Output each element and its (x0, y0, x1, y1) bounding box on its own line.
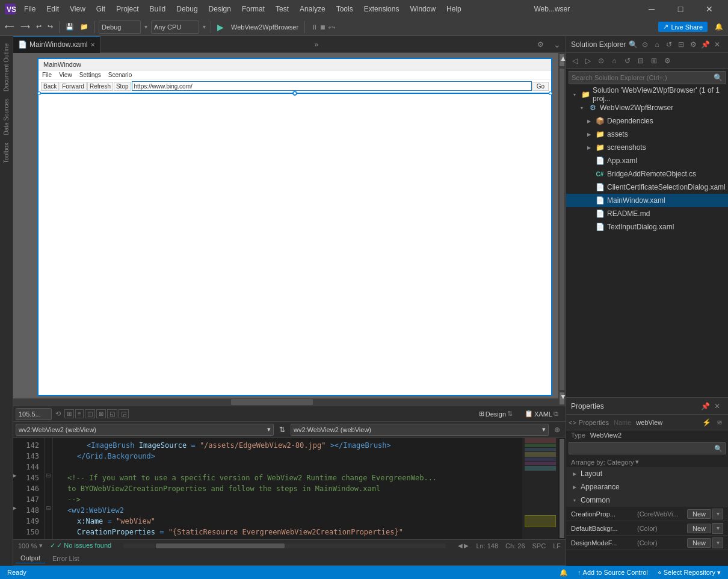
se-filter-btn[interactable]: ⊟ (675, 39, 687, 51)
code-swap-icon[interactable]: ⇅ (276, 426, 288, 434)
sidebar-toolbox[interactable]: Toolbox (3, 140, 10, 166)
menu-git[interactable]: Git (91, 4, 110, 14)
tree-client-cert-xaml[interactable]: ▶ 📄 ClientCertificateSelectionDialog.xam… (566, 181, 728, 194)
designer-url-input[interactable] (132, 81, 532, 91)
handle-bottomleft[interactable] (37, 91, 41, 95)
se-close-btn[interactable]: ✕ (711, 39, 723, 51)
debug-mode-dropdown[interactable]: Debug (99, 20, 141, 34)
code-hscroll-thumb[interactable] (156, 543, 285, 548)
settings-icon[interactable]: ⚙ (532, 40, 549, 49)
menu-project[interactable]: Project (111, 4, 143, 14)
designer-go-btn[interactable]: Go (532, 82, 549, 91)
menu-view[interactable]: View (65, 4, 90, 14)
maximize-button[interactable]: □ (667, 0, 694, 18)
cpu-dropdown[interactable]: Any CPU (151, 20, 199, 34)
forward-button[interactable]: ⟶ (18, 22, 32, 32)
prop-search-input[interactable] (572, 445, 714, 452)
code-vscroll-thumb[interactable] (560, 439, 564, 538)
designer-stop-btn[interactable]: Stop (114, 82, 131, 91)
tree-app-xaml[interactable]: ▶ 📄 App.xaml (566, 154, 728, 167)
ci-145[interactable]: ⊟ (45, 470, 52, 481)
se-pin-btn[interactable]: 📌 (699, 39, 711, 51)
designer-menu-settings[interactable]: Settings (76, 71, 105, 79)
save-button[interactable]: 💾 (63, 22, 76, 32)
minimize-button[interactable]: ─ (638, 0, 665, 18)
se-home-btn[interactable]: ⌂ (651, 39, 663, 51)
designer-refresh-btn[interactable]: Refresh (87, 82, 113, 91)
prop-designmode-icon-btn[interactable]: ▾ (712, 537, 723, 548)
snap-btn[interactable]: ⊠ (96, 409, 106, 418)
menu-build[interactable]: Build (145, 4, 171, 14)
designer-menu-file[interactable]: File (39, 71, 55, 79)
prop-creation-icon-btn[interactable]: ▾ (712, 509, 723, 519)
indicator-148[interactable]: ▶ (13, 503, 20, 513)
prop-common-section[interactable]: ▾ Common (566, 494, 728, 507)
undo-button[interactable]: ↩ (34, 22, 44, 32)
zoom-value[interactable]: 100 % (18, 542, 37, 550)
zoom-dropdown[interactable]: 105.5... (16, 408, 52, 420)
notification-button[interactable]: 🔔 (712, 22, 726, 32)
indicator-145[interactable]: ▶ (13, 470, 20, 481)
code-left-dropdown[interactable]: wv2:WebView2 (webView) ▾ (16, 424, 274, 436)
tab-close-button[interactable]: ✕ (90, 42, 95, 48)
se-tb-btn3[interactable]: ⊙ (595, 55, 607, 67)
menu-format[interactable]: Format (237, 4, 270, 14)
menu-analyze[interactable]: Analyze (295, 4, 330, 14)
menu-edit[interactable]: Edit (42, 4, 64, 14)
sidebar-document-outline[interactable]: Document Outline (3, 41, 10, 94)
align-btn[interactable]: ◱ (107, 409, 117, 418)
layout-btn[interactable]: ◲ (119, 409, 129, 418)
designer-hscrollbar[interactable] (13, 398, 558, 406)
prop-creation-new-btn[interactable]: New (687, 509, 711, 519)
se-sync-btn[interactable]: ⊙ (639, 39, 651, 51)
prop-designmode-new-btn[interactable]: New (687, 538, 711, 548)
xaml-tab[interactable]: 📋 XAML ⧉ (520, 409, 563, 419)
no-issues-indicator[interactable]: ✓ ✓ No issues found (50, 542, 111, 550)
menu-tools[interactable]: Tools (332, 4, 358, 14)
status-select-repository[interactable]: ⋄ Select Repository ▾ (655, 569, 723, 577)
prop-lightning-btn[interactable]: ⚡ (700, 416, 712, 429)
handle-bottomright[interactable] (549, 91, 552, 95)
menu-help[interactable]: Help (442, 4, 466, 14)
designer-menu-view[interactable]: View (55, 71, 76, 79)
prop-event-btn[interactable]: ≋ (714, 416, 726, 429)
run-button[interactable]: ▶ (215, 21, 226, 33)
grid-view-btn[interactable]: ⊞ (64, 409, 74, 418)
prop-close-btn[interactable]: ✕ (711, 400, 723, 412)
output-tab[interactable]: Output (16, 553, 45, 563)
code-vscrollbar[interactable] (558, 438, 566, 539)
collapse-panel-button[interactable]: ⌄ (549, 40, 566, 49)
start-project-label[interactable]: WebView2WpfBrowser (229, 22, 301, 32)
tree-screenshots[interactable]: ▶ 📁 screenshots (566, 141, 728, 154)
debug-toolbar-btns[interactable]: ⏸ ⏹ ↩↪ (309, 22, 338, 32)
list-view-btn[interactable]: ≡ (75, 409, 84, 418)
hscroll-left[interactable]: ◀ (458, 542, 463, 549)
designer-forward-btn[interactable]: Forward (60, 82, 87, 91)
sidebar-data-sources[interactable]: Data Sources (3, 96, 10, 138)
designer-back-btn[interactable]: Back (41, 82, 59, 91)
se-search-btn[interactable]: 🔍 (627, 39, 639, 51)
status-ready[interactable]: Ready (5, 569, 29, 576)
se-tb-btn6[interactable]: ⊟ (635, 55, 647, 67)
tree-project[interactable]: ▾ ⚙ WebView2WpfBrowser (566, 101, 728, 114)
prop-name-value[interactable]: webView (636, 419, 662, 426)
tree-mainwindow-xaml[interactable]: ▶ 📄 MainWindow.xaml (566, 194, 728, 207)
prop-defaultbg-icon-btn[interactable]: ▾ (712, 523, 723, 534)
menu-design[interactable]: Design (204, 4, 236, 14)
add-code-btn[interactable]: ⊕ (551, 426, 563, 434)
se-tb-btn1[interactable]: ◁ (569, 55, 581, 67)
designer-menu-scenario[interactable]: Scenario (105, 71, 135, 79)
design-tab[interactable]: ⊞ Design ⇅ (474, 409, 517, 419)
tree-readme[interactable]: ▶ 📄 README.md (566, 207, 728, 220)
code-right-dropdown[interactable]: wv2:WebView2 (webView) ▾ (291, 424, 549, 436)
prop-appearance-section[interactable]: ▶ Appearance (566, 480, 728, 494)
code-content-area[interactable]: <ImageBrush ImageSource = "/assets/EdgeW… (53, 438, 522, 539)
menu-extensions[interactable]: Extensions (359, 4, 404, 14)
se-refresh-btn[interactable]: ↺ (663, 39, 675, 51)
status-notification[interactable]: 🔔 (557, 569, 570, 577)
status-add-source-control[interactable]: ↑ Add to Source Control (575, 569, 650, 576)
menu-window[interactable]: Window (405, 4, 440, 14)
se-tb-btn4[interactable]: ⌂ (608, 55, 620, 67)
se-settings-btn[interactable]: ⚙ (687, 39, 699, 51)
designer-vscrollbar[interactable]: ▲ ▼ (558, 53, 566, 406)
